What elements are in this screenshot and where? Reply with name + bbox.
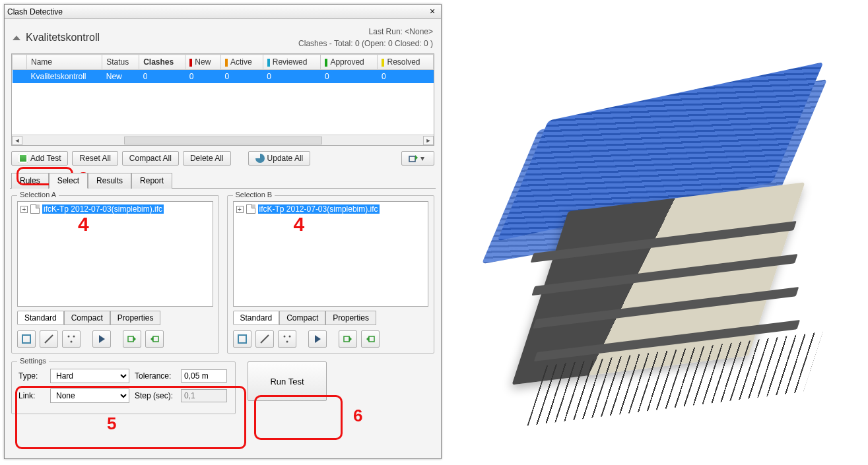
cell-reviewed: 0 bbox=[263, 70, 321, 84]
col-resolved[interactable]: Resolved bbox=[378, 55, 434, 70]
scroll-thumb[interactable] bbox=[124, 137, 322, 144]
current-test-name: Kvalitetskontroll bbox=[26, 32, 100, 44]
file-icon bbox=[30, 204, 40, 214]
selection-b-label: Selection B bbox=[233, 191, 275, 199]
svg-rect-13 bbox=[344, 336, 349, 342]
svg-point-10 bbox=[283, 336, 285, 338]
cell-new: 0 bbox=[185, 70, 221, 84]
col-new[interactable]: New bbox=[185, 55, 221, 70]
selection-b-group: Selection B + ifcK-Tp 2012-07-03(simpleb… bbox=[227, 195, 435, 354]
svg-rect-0 bbox=[409, 156, 415, 162]
col-approved[interactable]: Approved bbox=[321, 55, 378, 70]
update-all-button[interactable]: Update All bbox=[248, 151, 311, 166]
settings-legend: Settings bbox=[17, 357, 49, 365]
swap-b-icon[interactable] bbox=[361, 330, 380, 348]
subtab-properties-b[interactable]: Properties bbox=[325, 311, 376, 325]
col-name[interactable]: Name bbox=[27, 55, 102, 70]
svg-point-12 bbox=[286, 341, 288, 343]
subtab-properties-a[interactable]: Properties bbox=[110, 311, 161, 325]
scroll-left-icon[interactable]: ◄ bbox=[12, 136, 22, 145]
titlebar: Clash Detective × bbox=[5, 5, 441, 19]
col-active[interactable]: Active bbox=[220, 55, 263, 70]
subtab-standard-a[interactable]: Standard bbox=[17, 311, 64, 325]
add-test-button[interactable]: Add Test bbox=[11, 151, 68, 166]
selection-a-label: Selection A bbox=[17, 191, 59, 199]
chevron-down-icon: ▾ bbox=[420, 154, 427, 163]
run-test-button[interactable]: Run Test bbox=[248, 361, 327, 401]
svg-line-2 bbox=[45, 335, 53, 343]
compact-all-button[interactable]: Compact All bbox=[122, 151, 179, 166]
last-run-label: Last Run: bbox=[369, 27, 403, 36]
current-test-header: Kvalitetskontroll bbox=[13, 32, 100, 44]
expand-icon[interactable]: + bbox=[20, 206, 28, 213]
cell-name: Kvalitetskontroll bbox=[27, 70, 102, 84]
selection-a-group: Selection A + ifcK-Tp 2012-07-03(simpleb… bbox=[11, 195, 219, 354]
subtab-compact-b[interactable]: Compact bbox=[279, 311, 325, 325]
link-select[interactable]: None bbox=[50, 388, 129, 403]
cell-active: 0 bbox=[220, 70, 263, 84]
building-model bbox=[479, 60, 834, 415]
selection-a-file: ifcK-Tp 2012-07-03(simplebim).ifc bbox=[42, 204, 164, 214]
select-line-icon[interactable] bbox=[255, 330, 274, 348]
collapse-icon[interactable] bbox=[13, 36, 20, 40]
play-icon[interactable] bbox=[308, 330, 327, 348]
run-test-label: Run Test bbox=[270, 377, 304, 387]
clash-detective-panel: Clash Detective × Kvalitetskontroll Last… bbox=[4, 4, 442, 459]
swap-b-icon[interactable] bbox=[145, 330, 164, 348]
tab-results[interactable]: Results bbox=[88, 173, 131, 189]
cell-clashes: 0 bbox=[139, 70, 185, 84]
model-3d-view[interactable] bbox=[462, 26, 851, 449]
scroll-right-icon[interactable]: ► bbox=[423, 136, 434, 145]
col-reviewed[interactable]: Reviewed bbox=[263, 55, 321, 70]
tab-report[interactable]: Report bbox=[131, 173, 172, 189]
import-icon bbox=[409, 154, 418, 163]
selection-b-file: ifcK-Tp 2012-07-03(simplebim).ifc bbox=[258, 204, 380, 214]
tolerance-label: Tolerance: bbox=[135, 371, 176, 381]
subtab-standard-b[interactable]: Standard bbox=[233, 311, 280, 325]
tab-rules[interactable]: Rules bbox=[11, 173, 49, 189]
tree-item[interactable]: + ifcK-Tp 2012-07-03(simplebim).ifc bbox=[20, 204, 210, 214]
select-line-icon[interactable] bbox=[40, 330, 58, 348]
annotation-4: 4 bbox=[78, 213, 89, 235]
reset-all-button[interactable]: Reset All bbox=[72, 151, 117, 166]
select-points-icon[interactable] bbox=[278, 330, 296, 348]
tolerance-input[interactable] bbox=[181, 369, 227, 383]
grid-header-row: Name Status Clashes New Active Reviewed … bbox=[13, 55, 434, 70]
window-title: Clash Detective bbox=[7, 7, 63, 16]
subtab-compact-a[interactable]: Compact bbox=[64, 311, 110, 325]
tests-grid: Name Status Clashes New Active Reviewed … bbox=[11, 53, 434, 146]
selection-b-tree[interactable]: + ifcK-Tp 2012-07-03(simplebim).ifc 4 bbox=[233, 201, 429, 307]
last-run-value: <None> bbox=[405, 27, 433, 36]
step-label: Step (sec): bbox=[135, 391, 176, 400]
col-clashes[interactable]: Clashes bbox=[139, 55, 185, 70]
select-box-icon[interactable] bbox=[17, 330, 36, 348]
swap-a-icon[interactable] bbox=[339, 330, 357, 348]
svg-rect-8 bbox=[238, 335, 246, 343]
step-input bbox=[181, 389, 227, 402]
svg-rect-14 bbox=[369, 336, 374, 342]
tree-item[interactable]: + ifcK-Tp 2012-07-03(simplebim).ifc bbox=[236, 204, 426, 214]
type-label: Type: bbox=[18, 371, 45, 381]
link-label: Link: bbox=[18, 391, 45, 400]
clashes-summary: Clashes - Total: 0 (Open: 0 Closed: 0 ) bbox=[298, 39, 433, 48]
import-export-menu[interactable]: ▾ bbox=[401, 151, 434, 166]
type-select[interactable]: Hard bbox=[50, 369, 129, 383]
close-icon[interactable]: × bbox=[426, 7, 438, 17]
table-row[interactable]: Kvalitetskontroll New 0 0 0 0 0 0 bbox=[13, 70, 434, 84]
play-icon[interactable] bbox=[92, 330, 111, 348]
svg-point-5 bbox=[71, 341, 73, 343]
selection-a-tree[interactable]: + ifcK-Tp 2012-07-03(simplebim).ifc 4 bbox=[17, 201, 213, 307]
col-status[interactable]: Status bbox=[102, 55, 139, 70]
cell-approved: 0 bbox=[321, 70, 378, 84]
swap-a-icon[interactable] bbox=[123, 330, 141, 348]
svg-rect-7 bbox=[153, 336, 158, 342]
tab-select[interactable]: Select bbox=[49, 173, 88, 189]
expand-icon[interactable]: + bbox=[236, 206, 244, 213]
cell-resolved: 0 bbox=[378, 70, 434, 84]
svg-point-3 bbox=[68, 336, 70, 338]
grid-hscroll[interactable]: ◄ ► bbox=[12, 135, 434, 145]
settings-group: Settings Type: Hard Tolerance: Link: Non… bbox=[11, 361, 236, 414]
select-points-icon[interactable] bbox=[62, 330, 81, 348]
delete-all-button[interactable]: Delete All bbox=[183, 151, 231, 166]
select-box-icon[interactable] bbox=[233, 330, 251, 348]
